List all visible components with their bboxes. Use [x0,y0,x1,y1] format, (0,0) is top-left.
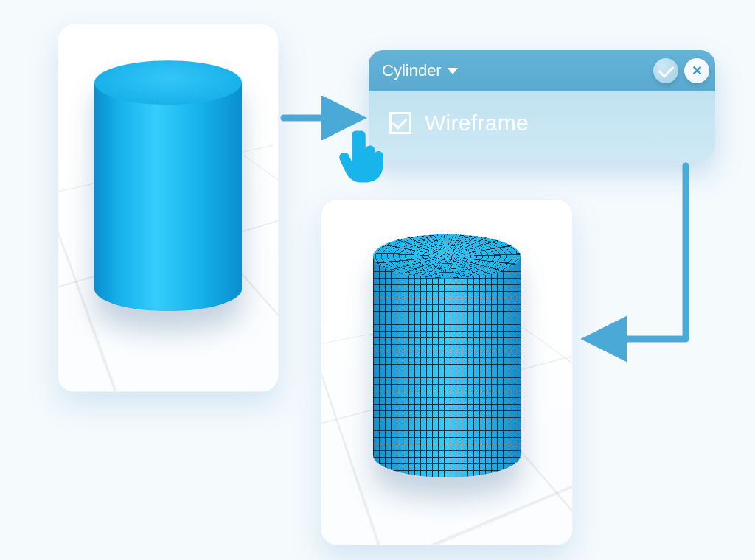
viewport-panel-after [321,199,573,545]
arrow-before-to-popup-icon [280,96,369,140]
object-properties-popup: Cylinder Wireframe [369,50,715,161]
popup-title: Cylinder [382,61,442,80]
close-button[interactable] [684,58,709,83]
wireframe-checkbox[interactable] [389,112,411,134]
cylinder-solid-icon [94,60,242,333]
confirm-button[interactable] [653,58,678,83]
popup-header[interactable]: Cylinder [369,50,715,91]
cylinder-wireframe-icon [373,234,521,500]
arrow-popup-to-after-icon [575,162,708,368]
wireframe-label: Wireframe [425,111,529,136]
chevron-down-icon [448,68,458,74]
popup-body: Wireframe [369,91,715,161]
viewport-panel-before [58,24,279,392]
